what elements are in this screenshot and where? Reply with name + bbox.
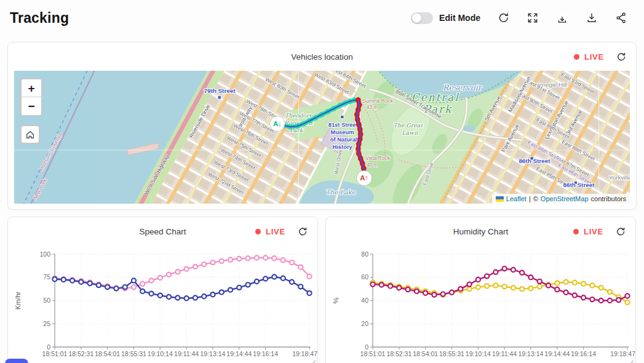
x-tick-label: 19:13:14 [519,350,544,357]
floating-action-button[interactable] [5,359,28,363]
data-point [272,274,276,279]
data-point [175,269,180,274]
vehicle-marker-label: A↑ [360,174,368,182]
fullscreen-icon [527,12,539,24]
data-point [290,280,294,284]
page-title: Tracking [10,10,69,26]
fullscreen-button[interactable] [526,11,539,25]
x-tick-label: 18:55:31 [439,350,464,357]
map-label: Summit Rock [362,98,394,104]
map-label: The Lake [325,188,356,196]
data-point [149,278,153,282]
data-point [255,279,259,284]
panel-refresh-button[interactable] [614,50,627,63]
map[interactable]: Hudson (County)New YorkWest Side Highway… [14,71,630,204]
data-point [220,290,224,294]
edit-mode-toggle[interactable] [411,12,433,24]
data-point [380,282,384,287]
map-label: Lawn [402,129,418,136]
data-point [307,274,311,279]
map-label: 79th Street [204,87,236,94]
data-point [263,276,268,281]
zoom-in-button[interactable]: + [22,79,41,97]
panel-refresh-button[interactable] [613,225,627,238]
refresh-icon [497,12,509,24]
map-label: History [332,143,352,150]
map-attribution: Leaflet | © OpenStreetMap contributors [492,194,630,204]
data-point [255,255,259,260]
vehicle-marker[interactable]: A↑ [357,170,372,186]
map-label: Yorkville [609,174,630,181]
data-point [388,284,392,288]
data-point [511,268,515,272]
data-point [432,292,436,297]
data-point [415,289,419,293]
y-tick-label: 0 [365,343,368,351]
chart-axes: 025507510018:51:0118:52:3118:54:0118:55:… [14,250,317,358]
x-tick-label: 19:10:14 [148,350,173,357]
data-point [52,277,57,281]
map-label: of Natural [330,136,357,143]
data-point [88,281,92,285]
panel-refresh-button[interactable] [295,225,309,238]
resize-handle[interactable] [309,359,316,363]
refresh-button[interactable] [496,11,510,25]
speed-chart: 025507510018:51:0118:52:3118:54:0118:55:… [8,244,319,363]
resize-handle[interactable] [627,359,634,363]
x-tick-label: 19:18:47 [610,350,635,357]
x-tick-label: 19:11:44 [174,350,199,357]
y-tick-label: 60 [361,273,368,281]
map-label: Vista Rock [365,155,391,161]
y-tick-label: 25 [43,320,50,327]
map-label: 86th Street [519,158,551,164]
data-point [149,292,153,296]
panel-header: Vehicles location LIVE [8,42,636,71]
x-tick-label: 19:18:47 [292,350,317,357]
map-label: Museum [331,129,354,135]
x-tick-label: 18:51:01 [42,350,68,357]
pdf-export-icon: PDF [556,12,568,24]
map-home-button[interactable] [20,125,40,144]
data-point [193,265,197,269]
data-point [193,295,197,300]
live-dot-icon [574,54,579,60]
live-label: LIVE [266,227,285,236]
data-point [140,282,145,286]
data-point [485,284,489,288]
vehicles-location-panel: Vehicles location LIVE Hudson (County)Ne… [7,42,637,210]
data-point [406,287,410,292]
panel-title: Vehicles location [291,52,353,62]
x-tick-label: 18:52:31 [386,350,411,357]
refresh-icon [297,226,308,237]
data-point [281,276,285,281]
openstreetmap-link[interactable]: OpenStreetMap [541,195,589,202]
attribution-divider: | [529,195,531,202]
data-point [97,283,101,287]
data-point [70,278,74,282]
data-point [520,287,524,291]
x-tick-label: 18:54:01 [413,350,438,357]
pdf-export-button[interactable]: PDF [555,11,569,25]
data-point [185,296,189,300]
live-dot-icon [573,229,579,234]
data-point [563,280,568,284]
data-point [175,295,180,300]
data-point [599,285,603,290]
vehicle-marker[interactable]: A↓ [270,116,285,132]
download-button[interactable] [585,11,598,25]
data-point [245,282,250,287]
edit-mode-label: Edit Mode [439,13,480,23]
zoom-out-button[interactable]: − [22,97,41,115]
live-label: LIVE [584,52,604,62]
map-canvas[interactable]: Hudson (County)New YorkWest Side Highway… [14,71,630,204]
tracking-page: Tracking Edit Mode PDF [0,0,644,363]
data-point [458,287,463,291]
data-point [281,258,285,262]
data-point [307,291,311,295]
data-point [528,286,533,290]
chart-series-blue [52,274,311,300]
share-button[interactable] [614,11,628,25]
data-point [202,262,206,266]
leaflet-link[interactable]: Leaflet [506,195,527,202]
vehicle-marker-label: A↓ [273,120,282,127]
